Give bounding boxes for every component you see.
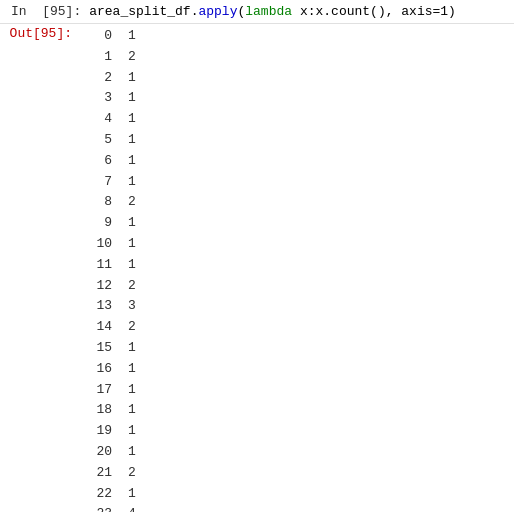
value-cell: 2 (128, 276, 152, 297)
table-row: 221 (80, 484, 506, 505)
table-row: 171 (80, 380, 506, 401)
method-name: apply (198, 4, 237, 19)
index-cell: 10 (80, 234, 128, 255)
table-row: 133 (80, 296, 506, 317)
table-row: 71 (80, 172, 506, 193)
value-cell: 2 (128, 317, 152, 338)
value-cell: 1 (128, 151, 152, 172)
index-cell: 1 (80, 47, 128, 68)
code-prefix: area_split_df. (89, 4, 198, 19)
index-cell: 5 (80, 130, 128, 151)
table-row: 01 (80, 26, 506, 47)
value-cell: 1 (128, 130, 152, 151)
index-cell: 0 (80, 26, 128, 47)
table-row: 111 (80, 255, 506, 276)
index-cell: 18 (80, 400, 128, 421)
code-content: area_split_df.apply(lambda x:x.count(), … (89, 4, 506, 19)
table-row: 21 (80, 68, 506, 89)
value-cell: 1 (128, 255, 152, 276)
table-row: 161 (80, 359, 506, 380)
value-cell: 1 (128, 484, 152, 505)
index-cell: 16 (80, 359, 128, 380)
index-cell: 19 (80, 421, 128, 442)
table-row: 61 (80, 151, 506, 172)
value-cell: 2 (128, 47, 152, 68)
value-cell: 1 (128, 88, 152, 109)
value-cell: 1 (128, 442, 152, 463)
index-cell: 13 (80, 296, 128, 317)
index-cell: 22 (80, 484, 128, 505)
notebook-cell: In [95]: area_split_df.apply(lambda x:x.… (0, 0, 514, 512)
index-cell: 2 (80, 68, 128, 89)
table-row: 41 (80, 109, 506, 130)
table-row: 51 (80, 130, 506, 151)
table-row: 191 (80, 421, 506, 442)
value-cell: 1 (128, 26, 152, 47)
table-row: 82 (80, 192, 506, 213)
table-row: 122 (80, 276, 506, 297)
table-row: 151 (80, 338, 506, 359)
index-cell: 23 (80, 504, 128, 512)
input-row: In [95]: area_split_df.apply(lambda x:x.… (0, 0, 514, 23)
index-cell: 6 (80, 151, 128, 172)
index-cell: 9 (80, 213, 128, 234)
value-cell: 1 (128, 213, 152, 234)
index-cell: 7 (80, 172, 128, 193)
value-cell: 1 (128, 359, 152, 380)
table-row: 201 (80, 442, 506, 463)
index-cell: 3 (80, 88, 128, 109)
input-label: In [95]: (11, 4, 89, 19)
index-cell: 17 (80, 380, 128, 401)
table-row: 12 (80, 47, 506, 68)
output-label: Out[95]: (8, 26, 80, 41)
value-cell: 1 (128, 421, 152, 442)
value-cell: 4 (128, 504, 152, 512)
value-cell: 1 (128, 234, 152, 255)
table-row: 212 (80, 463, 506, 484)
index-cell: 14 (80, 317, 128, 338)
index-cell: 8 (80, 192, 128, 213)
table-row: 101 (80, 234, 506, 255)
value-cell: 1 (128, 380, 152, 401)
value-cell: 3 (128, 296, 152, 317)
table-row: 181 (80, 400, 506, 421)
index-cell: 11 (80, 255, 128, 276)
index-cell: 21 (80, 463, 128, 484)
output-data: 0112213141516171829110111112213314215116… (80, 26, 506, 512)
index-cell: 4 (80, 109, 128, 130)
table-row: 142 (80, 317, 506, 338)
index-cell: 12 (80, 276, 128, 297)
table-row: 91 (80, 213, 506, 234)
lambda-keyword: lambda (245, 4, 292, 19)
value-cell: 1 (128, 400, 152, 421)
value-cell: 1 (128, 68, 152, 89)
value-cell: 1 (128, 172, 152, 193)
output-row: Out[95]: 0112213141516171829110111112213… (0, 24, 514, 512)
value-cell: 2 (128, 463, 152, 484)
value-cell: 2 (128, 192, 152, 213)
table-row: 31 (80, 88, 506, 109)
table-row: 234 (80, 504, 506, 512)
value-cell: 1 (128, 109, 152, 130)
index-cell: 20 (80, 442, 128, 463)
index-cell: 15 (80, 338, 128, 359)
value-cell: 1 (128, 338, 152, 359)
